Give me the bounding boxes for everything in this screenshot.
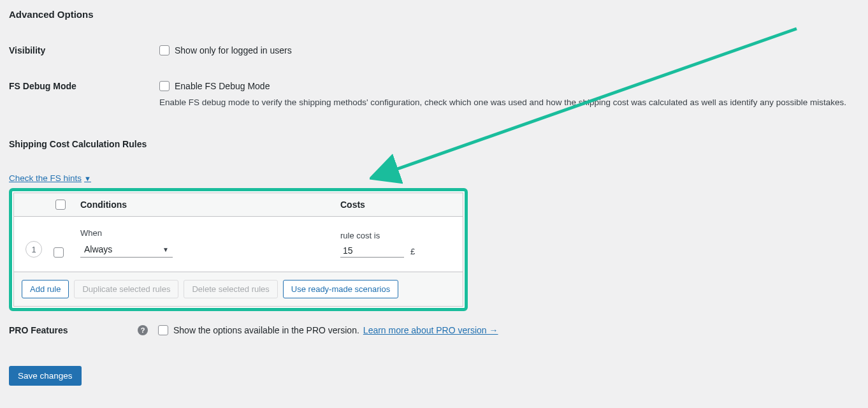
add-rule-button[interactable]: Add rule (22, 280, 69, 298)
debug-checkbox[interactable] (159, 81, 170, 91)
rules-label-row: Shipping Cost Calculation Rules (9, 139, 859, 149)
chevron-down-icon: ▼ (163, 246, 169, 253)
save-button[interactable]: Save changes (9, 366, 82, 386)
pro-checkbox-label: Show the options available in the PRO ve… (173, 325, 359, 335)
visibility-checkbox[interactable] (159, 45, 170, 55)
help-icon[interactable]: ? (138, 325, 148, 335)
hints-link-text: Check the FS hints (9, 173, 82, 183)
duplicate-rules-button[interactable]: Duplicate selected rules (74, 280, 178, 298)
visibility-checkbox-label: Show only for logged in users (175, 45, 292, 55)
section-title: Advanced Options (9, 9, 859, 20)
rules-footer: Add rule Duplicate selected rules Delete… (14, 272, 463, 306)
header-conditions: Conditions (71, 200, 340, 210)
pro-checkbox[interactable] (158, 325, 168, 335)
rules-header: Conditions Costs (14, 193, 463, 217)
currency-symbol: £ (410, 247, 415, 258)
debug-label: FS Debug Mode (9, 81, 159, 91)
when-label: When (80, 228, 340, 238)
header-costs: Costs (340, 200, 455, 210)
when-select[interactable]: Always ▼ (80, 242, 173, 258)
cost-label: rule cost is (340, 231, 455, 240)
cost-input[interactable]: 15 (340, 244, 404, 258)
select-all-checkbox[interactable] (55, 200, 66, 210)
visibility-label: Visibility (9, 45, 159, 55)
rule-index-badge: 1 (25, 241, 42, 258)
hints-link[interactable]: Check the FS hints ▼ (9, 173, 91, 183)
visibility-row: Visibility Show only for logged in users (9, 45, 859, 55)
pro-label: PRO Features (9, 325, 138, 335)
delete-rules-button[interactable]: Delete selected rules (184, 280, 277, 298)
rule-row: 1 When Always ▼ rule cost is 15 £ (14, 217, 463, 272)
pro-row: PRO Features ? Show the options availabl… (9, 325, 859, 335)
pro-learn-more-link[interactable]: Learn more about PRO version → (363, 325, 498, 335)
debug-row: FS Debug Mode Enable FS Debug Mode Enabl… (9, 81, 859, 107)
rules-label: Shipping Cost Calculation Rules (9, 139, 159, 149)
chevron-down-icon: ▼ (84, 175, 91, 182)
scenarios-button[interactable]: Use ready-made scenarios (283, 280, 398, 298)
rule-checkbox[interactable] (54, 247, 64, 258)
when-select-value: Always (84, 244, 112, 254)
debug-checkbox-label: Enable FS Debug Mode (175, 81, 270, 91)
debug-help-text: Enable FS debug mode to verify the shipp… (159, 98, 859, 107)
rules-panel: Conditions Costs 1 When Always ▼ rule co… (9, 188, 468, 311)
